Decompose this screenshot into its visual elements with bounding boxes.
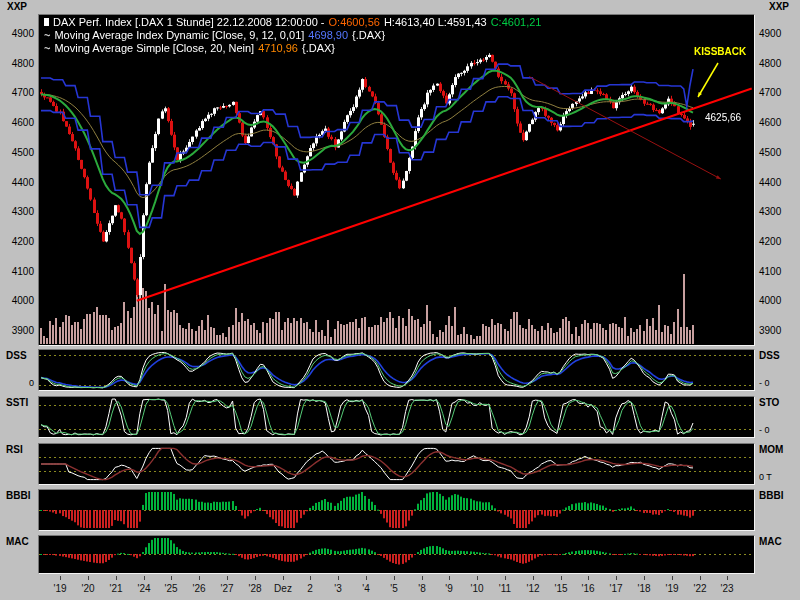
x-axis-tick bbox=[227, 576, 228, 580]
price-axis-label: 4000 bbox=[0, 296, 34, 306]
x-axis-tick bbox=[505, 576, 506, 580]
x-axis-label: '20 bbox=[73, 583, 103, 594]
x-axis-tick bbox=[422, 576, 423, 580]
x-axis-label: '5 bbox=[379, 583, 409, 594]
x-axis-tick bbox=[88, 576, 89, 580]
momentum-indicator-panel[interactable] bbox=[38, 443, 755, 485]
price-callout: 4625,66 bbox=[705, 112, 741, 123]
ma-simple-line: ~Moving Average Simple [Close, 20, Nein]… bbox=[44, 42, 545, 55]
panel-label-right-dss: DSS bbox=[759, 351, 780, 361]
price-axis-label: 4800 bbox=[759, 59, 781, 69]
panel-tick-left-dss: 0 bbox=[0, 379, 34, 388]
x-axis-label: '19 bbox=[45, 583, 75, 594]
momentum-canvas[interactable] bbox=[39, 444, 754, 484]
x-axis-tick bbox=[116, 576, 117, 580]
price-axis-label: 3900 bbox=[0, 326, 34, 336]
price-axis-label: 3900 bbox=[759, 326, 781, 336]
panel-label-right-mom: MOM bbox=[759, 445, 783, 455]
price-axis-label: 4900 bbox=[759, 29, 781, 39]
x-axis-tick bbox=[283, 576, 284, 580]
price-chart-panel[interactable]: DAX Perf. Index [.DAX 1 Stunde] 22.12.20… bbox=[38, 14, 755, 346]
corner-label-left: XXP bbox=[7, 1, 27, 12]
panel-label-right-sto: STO bbox=[759, 398, 779, 408]
dss-canvas[interactable] bbox=[39, 350, 754, 390]
chart-window: XXP XXP DAX Perf. Index [.DAX 1 Stunde] … bbox=[0, 0, 800, 600]
stochastic-canvas[interactable] bbox=[39, 397, 754, 437]
x-axis-label: '17 bbox=[601, 583, 631, 594]
x-axis-label: '18 bbox=[629, 583, 659, 594]
x-axis-label: '21 bbox=[101, 583, 131, 594]
bbbi-canvas[interactable] bbox=[39, 490, 754, 530]
ma-dynamic-line: ~Moving Average Index Dynamic [Close, 9,… bbox=[44, 29, 545, 42]
x-axis-label: '9 bbox=[434, 583, 464, 594]
x-axis-label: '11 bbox=[490, 583, 520, 594]
ma-simple-symbol: {.DAX} bbox=[302, 42, 335, 54]
x-axis-label: '23 bbox=[712, 583, 742, 594]
price-axis-label: 4700 bbox=[0, 88, 34, 98]
price-axis-label: 4800 bbox=[0, 59, 34, 69]
high-low-values: H:4613,40 L:4591,43 bbox=[384, 16, 487, 28]
x-axis-tick bbox=[60, 576, 61, 580]
x-axis-label: '22 bbox=[685, 583, 715, 594]
ma-dynamic-value: 4698,90 bbox=[308, 29, 348, 41]
price-axis-label: 4400 bbox=[759, 178, 781, 188]
x-axis-tick bbox=[700, 576, 701, 580]
x-axis-tick bbox=[199, 576, 200, 580]
ma-simple-label: Moving Average Simple [Close, 20, Nein] bbox=[54, 42, 254, 54]
x-axis-tick bbox=[727, 576, 728, 580]
price-axis-label: 4200 bbox=[0, 237, 34, 247]
x-axis-label: 2 bbox=[295, 583, 325, 594]
price-axis-label: 4600 bbox=[759, 118, 781, 128]
bbbi-indicator-panel[interactable] bbox=[38, 489, 755, 531]
macd-indicator-panel[interactable] bbox=[38, 535, 755, 574]
price-axis-label: 4500 bbox=[759, 148, 781, 158]
price-axis-label: 4300 bbox=[0, 207, 34, 217]
dss-indicator-panel[interactable] bbox=[38, 349, 755, 391]
price-axis-label: 4500 bbox=[0, 148, 34, 158]
x-axis-label: '15 bbox=[546, 583, 576, 594]
panel-label-right-bbbi: BBBI bbox=[759, 491, 783, 501]
x-axis-tick bbox=[616, 576, 617, 580]
x-axis-tick bbox=[338, 576, 339, 580]
x-axis-label: '4 bbox=[351, 583, 381, 594]
stochastic-indicator-panel[interactable] bbox=[38, 396, 755, 438]
price-axis-label: 4200 bbox=[759, 237, 781, 247]
x-axis-tick bbox=[588, 576, 589, 580]
x-axis-tick bbox=[255, 576, 256, 580]
panel-tick-right-sto: - 0 bbox=[759, 426, 770, 435]
macd-canvas[interactable] bbox=[39, 536, 754, 573]
panel-label-left-mom: RSI bbox=[6, 445, 23, 455]
ma-dynamic-label: Moving Average Index Dynamic [Close, 9, … bbox=[54, 29, 304, 41]
x-axis-tick bbox=[477, 576, 478, 580]
x-axis-label: '27 bbox=[212, 583, 242, 594]
candle-icon bbox=[44, 18, 49, 26]
x-axis-label: '24 bbox=[129, 583, 159, 594]
price-axis-label: 4000 bbox=[759, 296, 781, 306]
x-axis-label: '19 bbox=[657, 583, 687, 594]
panel-label-left-bbbi: BBBI bbox=[6, 491, 30, 501]
ma-dynamic-symbol: {.DAX} bbox=[352, 29, 385, 41]
kissback-annotation: KISSBACK bbox=[694, 46, 746, 57]
chart-header: DAX Perf. Index [.DAX 1 Stunde] 22.12.20… bbox=[44, 16, 545, 55]
x-axis-label: '25 bbox=[156, 583, 186, 594]
x-axis-tick bbox=[394, 576, 395, 580]
instrument-line: DAX Perf. Index [.DAX 1 Stunde] 22.12.20… bbox=[44, 16, 545, 29]
x-axis-tick bbox=[533, 576, 534, 580]
x-axis-label: '10 bbox=[462, 583, 492, 594]
x-axis-label: '8 bbox=[407, 583, 437, 594]
panel-label-left-dss: DSS bbox=[6, 351, 27, 361]
x-axis-label: '28 bbox=[240, 583, 270, 594]
wave-icon: ~ bbox=[44, 29, 50, 41]
price-chart-canvas[interactable] bbox=[39, 15, 754, 345]
price-axis-label: 4600 bbox=[0, 118, 34, 128]
x-axis-tick bbox=[310, 576, 311, 580]
panel-label-left-mac: MAC bbox=[6, 537, 29, 547]
x-axis-tick bbox=[144, 576, 145, 580]
x-axis-label: '26 bbox=[184, 583, 214, 594]
x-axis-tick bbox=[171, 576, 172, 580]
price-axis-label: 4100 bbox=[0, 267, 34, 277]
price-axis-label: 4400 bbox=[0, 178, 34, 188]
x-axis-tick bbox=[644, 576, 645, 580]
panel-tick-right-mom: 0 T bbox=[759, 473, 772, 482]
x-axis-label: '12 bbox=[518, 583, 548, 594]
